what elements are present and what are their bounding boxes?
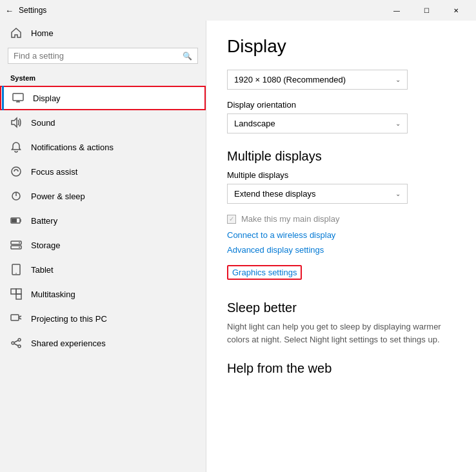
sidebar-item-power[interactable]: Power & sleep [0, 184, 206, 208]
resolution-value: 1920 × 1080 (Recommended) [234, 75, 346, 84]
svg-marker-3 [12, 118, 17, 127]
search-input[interactable] [14, 51, 183, 61]
sidebar-item-multitasking[interactable]: Multitasking [0, 282, 206, 306]
advanced-display-link[interactable]: Advanced display settings [227, 245, 455, 255]
svg-rect-16 [11, 289, 16, 294]
sidebar-item-tablet-label: Tablet [31, 265, 54, 275]
orientation-label: Display orientation [227, 100, 455, 110]
main-display-label: Make this my main display [241, 214, 339, 224]
storage-icon [10, 239, 22, 251]
orientation-group: Display orientation Landscape ⌄ [227, 100, 455, 133]
sidebar-item-tablet[interactable]: Tablet [0, 257, 206, 282]
sidebar-item-shared-label: Shared experiences [31, 339, 106, 348]
titlebar-controls: — ☐ ✕ [382, 0, 471, 21]
close-button[interactable]: ✕ [441, 0, 471, 21]
sound-icon [10, 117, 22, 128]
minimize-button[interactable]: — [382, 0, 412, 21]
home-icon [10, 27, 22, 39]
projecting-icon [10, 313, 22, 324]
svg-point-12 [19, 242, 20, 244]
sleep-text: Night light can help you get to sleep by… [227, 320, 455, 346]
main-display-checkbox: ✓ [227, 215, 236, 224]
resolution-group: 1920 × 1080 (Recommended) ⌄ [227, 70, 455, 90]
back-icon: ← [5, 6, 14, 15]
main-layout: Home 🔍 System Display Sound [0, 21, 476, 472]
sidebar-item-display-label: Display [33, 93, 61, 103]
multiple-displays-value: Extend these displays [234, 189, 315, 199]
sidebar-item-sound[interactable]: Sound [0, 110, 206, 135]
sidebar-item-storage-label: Storage [31, 241, 61, 250]
sidebar-item-notifications-label: Notifications & actions [31, 143, 114, 152]
svg-line-25 [14, 340, 18, 342]
svg-rect-19 [11, 315, 19, 320]
orientation-chevron-icon: ⌄ [395, 120, 401, 127]
sidebar-item-power-label: Power & sleep [31, 192, 85, 201]
svg-rect-17 [16, 294, 21, 299]
sidebar-item-projecting[interactable]: Projecting to this PC [0, 306, 206, 331]
svg-rect-9 [12, 219, 17, 222]
svg-line-26 [14, 344, 18, 346]
sidebar-section-label: System [0, 72, 206, 86]
svg-rect-18 [16, 289, 21, 294]
multiple-displays-label: Multiple displays [227, 170, 455, 180]
multitasking-icon [10, 288, 22, 300]
titlebar-title: Settings [19, 6, 46, 15]
sidebar-item-focus[interactable]: Focus assist [0, 159, 206, 184]
multiple-displays-dropdown[interactable]: Extend these displays ⌄ [227, 184, 408, 204]
power-icon [10, 190, 22, 202]
orientation-dropdown[interactable]: Landscape ⌄ [227, 113, 408, 133]
battery-icon [10, 215, 22, 226]
multiple-displays-section-title: Multiple displays [227, 149, 455, 164]
page-title: Display [227, 36, 455, 57]
svg-point-15 [15, 273, 17, 274]
sidebar-item-home[interactable]: Home [0, 21, 206, 45]
svg-point-23 [18, 339, 21, 341]
content-panel: Display 1920 × 1080 (Recommended) ⌄ Disp… [206, 21, 476, 472]
sidebar-item-focus-label: Focus assist [31, 167, 77, 177]
search-icon: 🔍 [183, 52, 192, 61]
main-display-row: ✓ Make this my main display [227, 214, 455, 224]
svg-rect-0 [13, 93, 23, 101]
sidebar-item-multitasking-label: Multitasking [31, 290, 75, 299]
sidebar-item-home-label: Home [31, 28, 54, 38]
graphics-settings-link[interactable]: Graphics settings [227, 265, 302, 280]
sidebar-item-projecting-label: Projecting to this PC [31, 314, 107, 324]
resolution-chevron-icon: ⌄ [395, 76, 401, 83]
sleep-section-title: Sleep better [227, 300, 455, 315]
sidebar-item-storage[interactable]: Storage [0, 233, 206, 257]
titlebar: ← Settings — ☐ ✕ [0, 0, 476, 21]
svg-point-24 [18, 345, 21, 348]
sidebar: Home 🔍 System Display Sound [0, 21, 206, 472]
resolution-dropdown[interactable]: 1920 × 1080 (Recommended) ⌄ [227, 70, 408, 90]
svg-point-4 [12, 167, 21, 176]
shared-icon [10, 337, 22, 349]
sidebar-item-display[interactable]: Display [0, 86, 206, 110]
sidebar-item-shared[interactable]: Shared experiences [0, 331, 206, 355]
svg-point-13 [19, 247, 20, 248]
maximize-button[interactable]: ☐ [412, 0, 441, 21]
sidebar-item-sound-label: Sound [31, 118, 55, 128]
sidebar-item-battery[interactable]: Battery [0, 208, 206, 233]
multiple-displays-chevron-icon: ⌄ [395, 190, 401, 197]
graphics-settings-row: Graphics settings [227, 260, 455, 285]
tablet-icon [10, 264, 22, 275]
sidebar-item-battery-label: Battery [31, 216, 57, 226]
notifications-icon [10, 141, 22, 153]
sidebar-item-notifications[interactable]: Notifications & actions [0, 135, 206, 159]
titlebar-left: ← Settings [5, 6, 382, 15]
help-title: Help from the web [227, 361, 455, 376]
connect-wireless-link[interactable]: Connect to a wireless display [227, 230, 455, 240]
svg-point-22 [12, 342, 14, 344]
focus-icon [10, 166, 22, 177]
search-box[interactable]: 🔍 [8, 48, 198, 64]
display-icon [12, 92, 24, 104]
orientation-value: Landscape [234, 119, 275, 128]
multiple-displays-group: Multiple displays Extend these displays … [227, 170, 455, 204]
